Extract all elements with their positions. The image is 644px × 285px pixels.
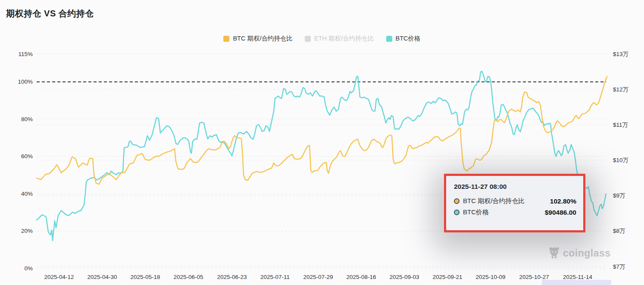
x-axis-date-label: 2025-08-16 [346, 274, 376, 280]
options-vs-futures-chart[interactable]: 0%20%40%60%80%100%115%$7万$8万$9万$10万$11万$… [0, 0, 644, 285]
left-axis-tick-label: 20% [21, 228, 33, 234]
tooltip-row-label: BTC价格 [463, 208, 489, 216]
right-axis-tick-label: $10万 [613, 157, 628, 163]
x-axis-date-label: 2025-09-03 [389, 274, 419, 280]
tooltip-timestamp: 2025-11-27 08:00 [454, 183, 576, 191]
right-axis-tick-label: $13万 [613, 51, 628, 57]
right-axis-tick-label: $8万 [613, 228, 625, 234]
left-axis-tick-label: 60% [21, 153, 33, 160]
x-axis-date-label: 2025-04-12 [44, 274, 74, 280]
x-axis-date-label: 2025-06-05 [173, 274, 203, 280]
tooltip-row-value: 102.80% [550, 197, 576, 205]
right-axis-tick-label: $11万 [613, 122, 628, 128]
btc-price-dot-icon [454, 210, 460, 215]
x-axis-date-label: 2025-07-11 [260, 274, 290, 280]
x-axis-date-label: 2025-09-21 [432, 274, 462, 280]
coinglass-watermark: coinglass [548, 247, 611, 260]
x-axis-date-label: 2025-06-23 [217, 274, 247, 280]
left-axis-tick-label: 0% [24, 265, 33, 272]
right-axis-tick-label: $7万 [613, 263, 625, 270]
watermark-text: coinglass [563, 247, 611, 259]
coinglass-bull-icon [548, 247, 560, 260]
left-axis-tick-label: 40% [21, 191, 33, 197]
x-axis-date-label: 2025-11-14 [563, 274, 593, 280]
tooltip-row-value: $90486.00 [545, 209, 576, 216]
right-axis-tick-label: $12万 [613, 86, 628, 93]
x-axis-date-label: 2025-05-18 [130, 274, 160, 280]
x-scrollbar-thumb[interactable] [542, 280, 611, 285]
chart-tooltip: 2025-11-27 08:00 BTC 期权/合约持仓比 102.80% BT… [446, 175, 584, 231]
right-axis-tick-label: $9万 [613, 192, 625, 199]
x-axis-date-label: 2025-04-30 [87, 274, 117, 280]
btc-ratio-line-series [37, 77, 607, 184]
x-axis-date-label: 2025-07-29 [303, 274, 333, 280]
left-axis-tick-label: 100% [18, 78, 33, 85]
left-axis-tick-label: 115% [18, 51, 33, 57]
x-axis-date-label: 2025-10-09 [475, 274, 505, 280]
left-axis-tick-label: 80% [21, 116, 33, 122]
tooltip-row-label: BTC 期权/合约持仓比 [463, 197, 525, 205]
btc-ratio-dot-icon [454, 198, 460, 204]
x-axis-date-label: 2025-10-27 [519, 274, 549, 280]
tooltip-row-btc-price: BTC价格 $90486.00 [454, 208, 576, 216]
tooltip-row-btc-ratio: BTC 期权/合约持仓比 102.80% [454, 197, 576, 205]
